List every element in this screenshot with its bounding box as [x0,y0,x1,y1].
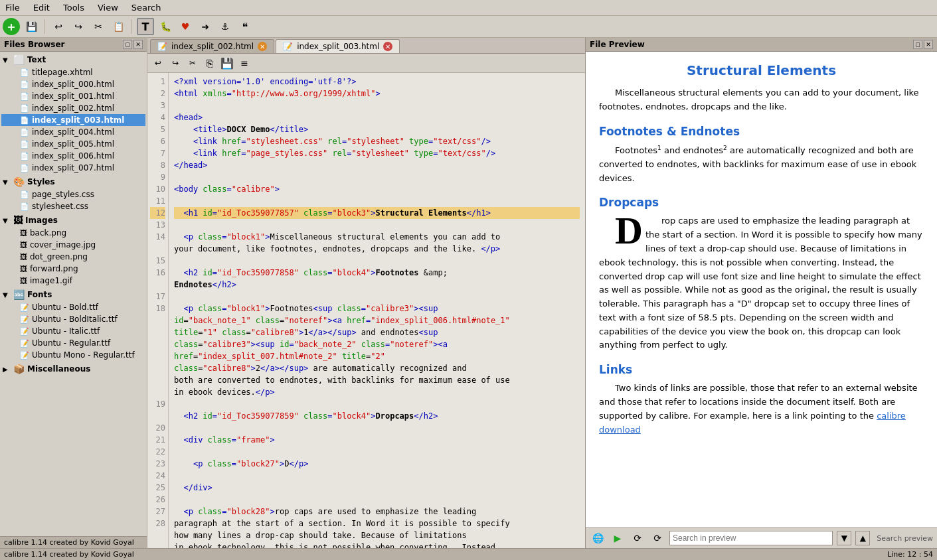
file-icon: 📄 [20,202,29,211]
preview-links-heading: Links [599,363,924,376]
tree-item-split007[interactable]: 📄 index_split_007.html [1,162,145,174]
tree-item-titlepage[interactable]: 📄 titlepage.xhtml [1,66,145,78]
files-browser-close[interactable]: ✕ [133,40,143,49]
image-icon: 🖼 [20,277,27,285]
code-editor[interactable]: <?xml version='1.0' encoding='utf-8'?> <… [169,73,585,548]
tree-item-cover-image[interactable]: 🖼 cover_image.jpg [1,239,145,251]
tree-item-split004[interactable]: 📄 index_split_004.html [1,126,145,138]
files-browser-header: Files Browser ◻ ✕ [0,38,147,52]
toolbar-separator-1 [44,19,45,34]
status-text: calibre 1.14 created by Kovid Goyal [4,538,134,547]
tree-group-styles: ▼ 🎨 Styles 📄 page_styles.css 📄 styleshee… [1,175,145,212]
tree-item-label: index_split_003.html [32,115,124,125]
preview-nav-refresh[interactable]: ⟳ [630,530,645,546]
tree-group-text: ▼ ⬜ Text 📄 titlepage.xhtml 📄 index_split… [1,53,145,174]
tree-item-ubuntu-italic[interactable]: 📝 Ubuntu - Italic.ttf [1,325,145,337]
search-preview-down[interactable]: ▼ [837,531,851,545]
tree-item-stylesheet[interactable]: 📄 stylesheet.css [1,200,145,212]
tree-item-split000[interactable]: 📄 index_split_000.html [1,78,145,90]
menu-file[interactable]: File [3,1,23,14]
font-icon: 📝 [20,303,29,312]
tree-item-label: Ubuntu Mono - Regular.ttf [32,350,135,360]
paste-button[interactable]: 📋 [110,18,127,35]
preview-heading: Structural Elements [599,62,924,78]
tree-item-ubuntu-bolditalic[interactable]: 📝 Ubuntu - BoldItalic.ttf [1,313,145,325]
tree-item-ubuntu-regular[interactable]: 📝 Ubuntu - Regular.ttf [1,337,145,349]
tree-item-page-styles[interactable]: 📄 page_styles.css [1,188,145,200]
font-icon: 📝 [20,327,29,336]
editor-cut[interactable]: ✂ [185,55,201,71]
save-button[interactable]: 💾 [23,18,40,35]
heart-button[interactable]: ♥ [177,18,194,35]
editor-save[interactable]: 💾 [219,55,235,71]
tab-split002[interactable]: 📝 index_split_002.html ✕ [150,39,274,53]
editor-content: 12345 678910 111213 14 1516 1718 19 2021… [147,73,585,548]
preview-nav-forward[interactable]: ▶ [610,530,626,546]
calibre-download-link[interactable]: calibre download [599,411,906,435]
tab-split003-icon: 📝 [283,42,293,51]
file-icon: 📄 [20,140,29,149]
tree-item-split003[interactable]: 📄 index_split_003.html [1,114,145,126]
status-bar: calibre 1.14 created by Kovid Goyal Line… [0,548,937,560]
tree-item-dot-green[interactable]: 🖼 dot_green.png [1,251,145,263]
editor-redo[interactable]: ↪ [167,55,183,71]
search-preview-up[interactable]: ▲ [855,531,870,545]
tree-item-back-png[interactable]: 🖼 back.png [1,227,145,239]
image-icon: 🖼 [20,229,27,238]
tree-item-split006[interactable]: 📄 index_split_006.html [1,150,145,162]
tree-item-forward-png[interactable]: 🖼 forward.png [1,263,145,275]
files-browser-pin[interactable]: ◻ [123,40,132,49]
tree-item-split005[interactable]: 📄 index_split_005.html [1,138,145,150]
preview-header: File Preview ◻ ✕ [586,38,937,52]
tab-split002-icon: 📝 [157,42,167,51]
font-icon: 📝 [20,339,29,348]
editor-undo[interactable]: ↩ [150,55,166,71]
tab-split003-close[interactable]: ✕ [383,42,392,51]
tree-item-image1-gif[interactable]: 🖼 image1.gif [1,275,145,287]
tree-group-images: ▼ 🖼 Images 🖼 back.png 🖼 cover_image.jpg … [1,214,145,287]
menu-search[interactable]: Search [129,1,164,14]
search-preview-input[interactable] [669,531,833,545]
tree-item-label: Ubuntu - Bold.ttf [32,303,98,312]
preview-nav-back[interactable]: 🌐 [590,530,606,546]
arrow-right-button[interactable]: ➜ [197,18,214,35]
files-browser-title: Files Browser [4,40,64,49]
preview-close[interactable]: ✕ [924,40,933,49]
tree-item-label: Ubuntu - Regular.ttf [32,338,110,348]
tree-group-images-header[interactable]: ▼ 🖼 Images [1,214,145,227]
tab-split002-label: index_split_002.html [171,42,254,51]
preview-controls: ◻ ✕ [913,40,933,49]
bug-button[interactable]: 🐛 [157,18,174,35]
menu-view[interactable]: View [95,1,121,14]
tree-item-ubuntu-mono[interactable]: 📝 Ubuntu Mono - Regular.ttf [1,349,145,361]
editor-more[interactable]: ≡ [236,55,252,71]
tab-split003[interactable]: 📝 index_split_003.html ✕ [276,39,400,53]
anchor-button[interactable]: ⚓ [216,18,234,35]
redo-button[interactable]: ↪ [70,18,87,35]
font-icon: 📝 [20,351,29,360]
tab-split002-close[interactable]: ✕ [258,42,267,51]
tree-group-misc-header[interactable]: ▶ 📦 Miscellaneous [1,362,145,376]
tree-group-styles-header[interactable]: ▼ 🎨 Styles [1,175,145,188]
text-button[interactable]: T [137,18,154,35]
tree-item-split002[interactable]: 📄 index_split_002.html [1,102,145,114]
images-group-icon: 🖼 [13,215,23,226]
cut-button[interactable]: ✂ [90,18,107,35]
tree-group-text-header[interactable]: ▼ ⬜ Text [1,53,145,66]
image-icon: 🖼 [20,241,27,249]
preview-nav-sync[interactable]: ⟳ [649,530,665,546]
tree-group-fonts-header[interactable]: ▼ 🔤 Fonts [1,288,145,301]
editor-paste[interactable]: ⎘ [202,55,218,71]
file-icon: 📄 [20,80,29,89]
tree-item-label: index_split_002.html [32,104,114,113]
menu-edit[interactable]: Edit [31,1,52,14]
quote-button[interactable]: ❝ [236,18,254,35]
tree-item-label: index_split_005.html [32,139,114,149]
tree-item-ubuntu-bold[interactable]: 📝 Ubuntu - Bold.ttf [1,301,145,313]
tree-arrow-images: ▼ [3,217,11,224]
preview-pin[interactable]: ◻ [913,40,922,49]
menu-tools[interactable]: Tools [60,1,87,14]
undo-button[interactable]: ↩ [50,18,67,35]
tree-item-split001[interactable]: 📄 index_split_001.html [1,90,145,102]
add-button[interactable]: + [3,18,20,35]
